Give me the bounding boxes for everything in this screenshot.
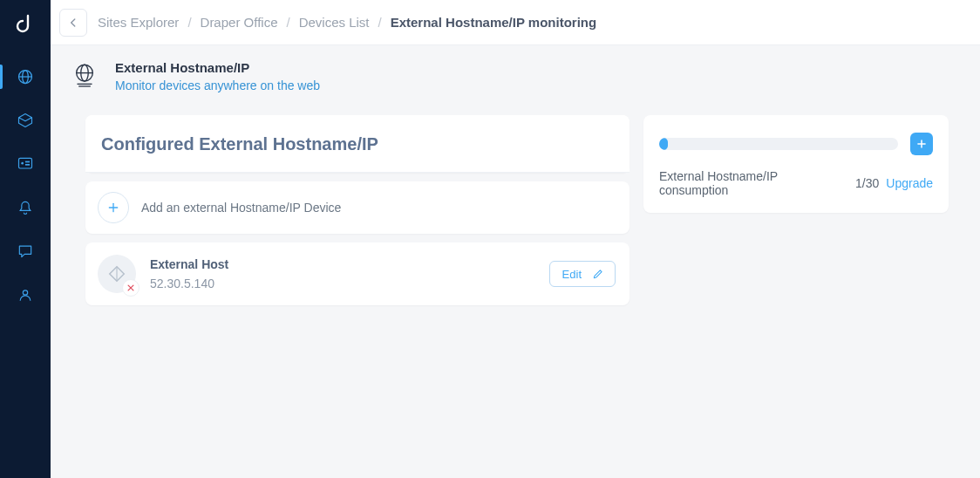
plus-circle-icon: [98, 192, 129, 223]
breadcrumb-link[interactable]: Devices List: [299, 15, 370, 30]
page-subtitle: Monitor devices anywhere on the web: [115, 79, 320, 92]
edit-button-label: Edit: [562, 268, 582, 281]
svg-rect-3: [19, 158, 32, 168]
add-capacity-button[interactable]: [910, 133, 933, 155]
breadcrumb-current: External Hostname/IP monitoring: [391, 15, 596, 30]
main-area: Sites Explorer / Draper Office / Devices…: [51, 0, 980, 478]
dashboard-icon: [17, 155, 34, 173]
nav-item-bell[interactable]: [0, 188, 51, 227]
brand-logo: [12, 10, 38, 37]
page-header: External Hostname/IP Monitor devices any…: [51, 45, 980, 108]
nav-item-box[interactable]: [0, 101, 51, 140]
ethernet-icon: [107, 264, 126, 283]
right-column: External Hostname/IP consumption 1/30 Up…: [643, 115, 949, 305]
content: Configured External Hostname/IP Add an e…: [51, 108, 980, 305]
add-device-row[interactable]: Add an external Hostname/IP Device: [85, 181, 630, 234]
x-icon: [126, 283, 135, 292]
nav-item-profile[interactable]: [0, 276, 51, 314]
configured-card-title: Configured External Hostname/IP: [85, 115, 630, 173]
chat-icon: [17, 242, 34, 260]
svg-point-4: [21, 162, 24, 165]
consumption-progress-fill: [659, 138, 668, 150]
svg-rect-6: [25, 164, 30, 166]
plus-icon: [915, 138, 928, 150]
breadcrumb-sep: /: [187, 15, 191, 30]
svg-rect-5: [25, 161, 30, 163]
upgrade-link[interactable]: Upgrade: [886, 176, 933, 190]
consumption-progress: [659, 138, 898, 150]
back-button[interactable]: [59, 9, 87, 37]
nav-item-dashboard[interactable]: [0, 145, 51, 183]
page-header-icon: [68, 59, 101, 92]
page-title: External Hostname/IP: [115, 60, 320, 75]
nav-item-chat[interactable]: [0, 232, 51, 270]
left-column: Configured External Hostname/IP Add an e…: [85, 115, 630, 305]
box-icon: [17, 112, 34, 129]
device-row: External Host 52.30.5.140 Edit: [85, 242, 630, 305]
edit-button[interactable]: Edit: [549, 261, 616, 287]
chevron-left-icon: [67, 17, 79, 29]
consumption-card: External Hostname/IP consumption 1/30 Up…: [643, 115, 949, 213]
device-name: External Host: [150, 257, 228, 271]
breadcrumb-link[interactable]: Draper Office: [201, 15, 278, 30]
pencil-icon: [592, 268, 604, 280]
breadcrumb-sep: /: [286, 15, 289, 30]
top-bar: Sites Explorer / Draper Office / Devices…: [51, 0, 980, 45]
status-down-badge: [122, 279, 140, 297]
plus-icon: [106, 201, 120, 215]
device-icon-wrap: [98, 255, 136, 293]
breadcrumb-sep: /: [378, 15, 382, 30]
device-ip: 52.30.5.140: [150, 277, 228, 290]
profile-icon: [17, 286, 34, 304]
add-device-label: Add an external Hostname/IP Device: [141, 201, 341, 215]
breadcrumb: Sites Explorer / Draper Office / Devices…: [98, 15, 596, 30]
side-nav: [0, 0, 51, 478]
configured-card: Configured External Hostname/IP: [85, 115, 630, 173]
nav-item-globe[interactable]: [0, 58, 51, 96]
consumption-label: External Hostname/IP consumption: [659, 169, 848, 197]
breadcrumb-link[interactable]: Sites Explorer: [98, 15, 179, 30]
globe-stand-icon: [70, 61, 99, 91]
bell-icon: [17, 199, 34, 216]
device-text: External Host 52.30.5.140: [150, 257, 228, 290]
consumption-count: 1/30: [855, 176, 879, 190]
svg-point-7: [23, 290, 27, 295]
globe-icon: [17, 68, 34, 85]
